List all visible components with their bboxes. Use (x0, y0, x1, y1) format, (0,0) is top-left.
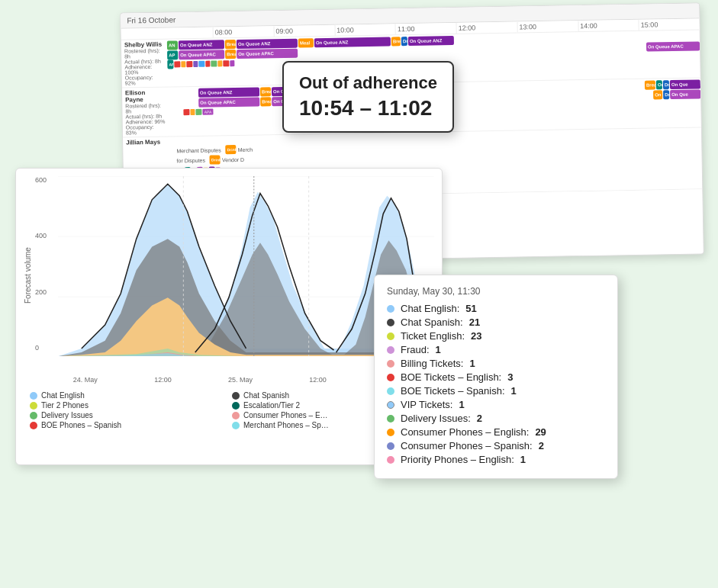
time-tick: 12:00 (456, 22, 517, 34)
tooltip-item: Consumer Phones – English: 29 (387, 426, 605, 438)
tooltip-label: Ticket English: (401, 330, 465, 342)
legend-label: Escalation/Tier 2 (243, 401, 300, 410)
tooltip-item: Chat English: 51 (387, 303, 605, 314)
x-tick: 24. May (47, 376, 124, 384)
tooltip-item: Delivery Issues: 2 (387, 413, 605, 424)
legend-item: Tier 2 Phones (30, 401, 226, 410)
x-tick: 25. May (201, 376, 279, 384)
legend-dot-chat-english (30, 392, 37, 400)
hover-tooltip-panel: Sunday, May 30, 11:30 Chat English: 51 C… (374, 275, 618, 479)
tooltip-value: 2 (539, 440, 544, 451)
tooltip-value: 21 (469, 316, 480, 328)
tooltip-value: 2 (477, 413, 482, 424)
tooltip-item: BOE Tickets – English: 3 (387, 371, 605, 383)
x-tick: 12:00 (279, 376, 357, 384)
y-tick: 0 (35, 344, 58, 352)
tooltip-label: Delivery Issues: (401, 413, 471, 424)
tooltip-item: Billing Tickets: 1 (387, 358, 605, 369)
time-tick: 09:00 (273, 25, 334, 37)
tooltip-item: Ticket English: 23 (387, 330, 605, 342)
tooltip-value: 1 (520, 454, 526, 465)
legend-dot-escalation (232, 402, 240, 410)
legend-label: Consumer Phones – E… (243, 411, 328, 419)
tooltip-item: Fraud: 1 (387, 344, 605, 355)
agent-name: Ellison Payne (125, 89, 165, 104)
tooltip-label: BOE Tickets – Spanish: (401, 385, 505, 397)
legend-dot-delivery (30, 412, 37, 419)
adherence-time: 10:54 – 11:02 (299, 96, 437, 120)
legend-item: Chat English (30, 391, 226, 400)
tooltip-dot (387, 346, 394, 354)
tooltip-label: VIP Tickets: (401, 399, 452, 410)
tooltip-dot (387, 415, 394, 423)
tooltip-dot (387, 374, 394, 381)
schedule-date-label: Fri 16 October (127, 15, 175, 24)
legend-dot-boe-spanish (30, 422, 37, 429)
tooltip-label: Chat Spanish: (401, 316, 463, 328)
time-tick: 11:00 (395, 23, 456, 34)
tooltip-label: Consumer Phones – English: (401, 426, 529, 438)
tooltip-dot (387, 401, 394, 409)
tooltip-value: 1 (511, 385, 517, 397)
tooltip-date: Sunday, May 30, 11:30 (387, 286, 605, 297)
tooltip-dot (387, 360, 394, 368)
tooltip-item: VIP Tickets: 1 (387, 399, 605, 410)
tooltip-value: 1 (459, 399, 464, 410)
tooltip-value: 51 (465, 303, 476, 314)
tooltip-value: 1 (469, 358, 475, 369)
tooltip-item: Consumer Phones – Spanish: 2 (387, 440, 605, 451)
legend-dot-tier2 (30, 402, 37, 410)
legend-label: BOE Phones – Spanish (41, 421, 121, 429)
legend-dot-consumer-e (232, 412, 240, 419)
tooltip-label: Fraud: (401, 344, 430, 355)
tooltip-dot (387, 442, 394, 450)
time-tick: 15:00 (639, 18, 700, 30)
legend-label: Merchant Phones – Sp… (243, 421, 329, 429)
time-tick: 14:00 (578, 20, 639, 31)
legend-item: BOE Phones – Spanish (30, 421, 226, 429)
time-tick: 08:00 (213, 26, 274, 37)
tooltip-dot (387, 456, 394, 464)
tooltip-dot (387, 333, 394, 340)
tooltip-label: Chat English: (401, 303, 459, 314)
chart-legend: Chat English Chat Spanish Tier 2 Phones … (24, 388, 434, 432)
legend-dot-merchant (232, 422, 240, 429)
y-axis-label: Forecast volume (24, 176, 32, 374)
legend-label: Chat English (41, 391, 85, 400)
tooltip-value: 29 (535, 426, 546, 438)
legend-dot-chat-spanish (232, 392, 240, 400)
tooltip-value: 23 (471, 330, 481, 342)
legend-label: Delivery Issues (41, 411, 93, 419)
tooltip-label: Billing Tickets: (401, 358, 463, 369)
adherence-title: Out of adherence (299, 73, 437, 93)
adherence-tooltip: Out of adherence 10:54 – 11:02 (282, 61, 454, 133)
legend-item: Delivery Issues (30, 411, 226, 419)
legend-label: Chat Spanish (243, 391, 289, 400)
chart-area: Forecast volume 0 200 400 600 (24, 176, 434, 374)
tooltip-dot (387, 305, 394, 313)
tooltip-dot (387, 387, 394, 395)
tooltip-label: Consumer Phones – Spanish: (401, 440, 533, 451)
y-tick: 600 (35, 176, 58, 184)
agent-name: Jillian Mays (126, 139, 166, 146)
time-tick: 13:00 (517, 21, 578, 32)
time-tick: 10:00 (334, 24, 395, 35)
tooltip-item: BOE Tickets – Spanish: 1 (387, 385, 605, 397)
tooltip-value: 1 (436, 344, 441, 355)
tooltip-item: Priority Phones – English: 1 (387, 454, 605, 465)
x-tick: 12:00 (124, 376, 202, 384)
y-tick: 200 (35, 288, 58, 296)
legend-label: Tier 2 Phones (41, 401, 89, 410)
tooltip-label: BOE Tickets – English: (401, 371, 501, 383)
tooltip-dot (387, 429, 394, 436)
tooltip-dot (387, 319, 394, 326)
y-tick: 400 (35, 232, 58, 239)
tooltip-item: Chat Spanish: 21 (387, 316, 605, 328)
tooltip-label: Priority Phones – English: (401, 454, 514, 465)
y-ticks: 0 200 400 600 (35, 176, 58, 352)
tooltip-value: 3 (507, 371, 513, 383)
